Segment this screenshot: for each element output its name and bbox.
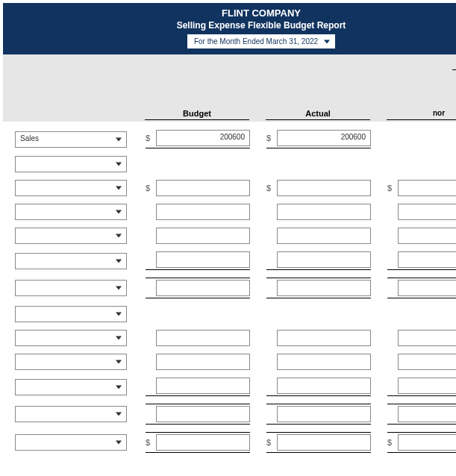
amount-input[interactable]	[277, 354, 371, 370]
chevron-down-icon	[116, 286, 122, 290]
line-item-select[interactable]: Sales	[15, 131, 127, 148]
line-item-select[interactable]	[15, 330, 127, 346]
chevron-down-icon	[116, 187, 122, 190]
currency-symbol: $	[266, 134, 277, 143]
chevron-down-icon	[116, 137, 122, 141]
amount-input[interactable]	[398, 204, 456, 220]
table-row	[3, 251, 456, 271]
amount-input[interactable]	[398, 251, 456, 268]
report-content: FLINT COMPANY Selling Expense Flexible B…	[0, 3, 456, 463]
currency-symbol: $	[387, 438, 398, 447]
amount-input[interactable]: 200600	[156, 130, 250, 146]
amount-input[interactable]	[277, 204, 371, 220]
line-item-select[interactable]	[15, 379, 127, 395]
table-row: $$$	[3, 431, 456, 454]
amount-input[interactable]	[277, 434, 371, 451]
line-item-select[interactable]	[15, 204, 127, 220]
company-name: FLINT COMPANY	[3, 7, 456, 20]
amount-input[interactable]	[398, 434, 456, 451]
amount-input[interactable]	[156, 378, 250, 394]
amount-input[interactable]	[156, 180, 250, 196]
amount-input[interactable]	[398, 406, 456, 422]
table-row	[3, 227, 456, 245]
amount-input[interactable]	[156, 228, 250, 244]
chevron-down-icon	[116, 259, 122, 263]
chevron-down-icon	[116, 163, 122, 166]
diff-legend-f: F	[452, 84, 456, 93]
line-item-select[interactable]	[15, 434, 127, 451]
budget-grid: Sales$200600$200600$$$$$$	[3, 123, 456, 460]
report-title: Selling Expense Flexible Budget Report	[3, 20, 456, 32]
amount-input[interactable]	[277, 406, 371, 422]
currency-symbol: $	[266, 184, 277, 192]
line-item-select[interactable]	[15, 280, 127, 296]
table-row	[3, 277, 456, 299]
line-item-select[interactable]	[15, 253, 127, 269]
chevron-down-icon	[116, 313, 122, 316]
line-item-select[interactable]	[15, 228, 127, 244]
difference-heading: D	[452, 59, 456, 68]
amount-input[interactable]	[398, 354, 456, 370]
line-item-label: Sales	[20, 134, 39, 143]
amount-input[interactable]: 200600	[277, 130, 371, 146]
amount-input[interactable]	[156, 434, 250, 451]
period-label: For the Month Ended March 31, 2022	[194, 37, 318, 46]
amount-input[interactable]	[156, 251, 250, 268]
line-item-select[interactable]	[15, 156, 127, 172]
line-item-select[interactable]	[15, 406, 127, 422]
amount-input[interactable]	[156, 354, 250, 370]
chevron-down-icon	[116, 336, 122, 340]
line-item-select[interactable]	[15, 180, 127, 196]
amount-input[interactable]	[277, 378, 371, 394]
table-row	[3, 403, 456, 425]
table-row	[3, 305, 456, 323]
amount-input[interactable]	[277, 251, 371, 268]
currency-symbol: $	[146, 184, 156, 192]
amount-input[interactable]	[156, 204, 250, 220]
report-header: FLINT COMPANY Selling Expense Flexible B…	[3, 3, 456, 54]
amount-input[interactable]	[398, 378, 456, 394]
budget-heading: Budget	[145, 109, 249, 120]
table-row: Sales$200600$200600	[3, 129, 456, 149]
period-select[interactable]: For the Month Ended March 31, 2022	[187, 34, 335, 48]
amount-input[interactable]	[398, 280, 456, 296]
line-item-select[interactable]	[15, 354, 127, 370]
difference-rule	[452, 69, 456, 70]
amount-input[interactable]	[156, 280, 250, 296]
chevron-down-icon	[116, 441, 122, 445]
chevron-down-icon	[324, 40, 330, 43]
amount-input[interactable]	[156, 406, 250, 422]
chevron-down-icon	[116, 234, 122, 238]
table-row: $$$	[3, 179, 456, 197]
currency-symbol: $	[387, 184, 398, 192]
amount-input[interactable]	[277, 180, 371, 196]
table-row	[3, 377, 456, 397]
chevron-down-icon	[116, 210, 122, 214]
diff-nor-heading: nor	[387, 109, 456, 120]
currency-symbol: $	[266, 438, 277, 447]
actual-heading: Actual	[266, 109, 370, 120]
amount-input[interactable]	[277, 330, 371, 346]
amount-input[interactable]	[277, 228, 371, 244]
table-row	[3, 353, 456, 371]
column-header-zone: D F Un Neith Budget Actual nor	[3, 54, 456, 122]
amount-input[interactable]	[277, 280, 371, 296]
table-row	[3, 203, 456, 221]
amount-input[interactable]	[398, 180, 456, 196]
table-row	[3, 329, 456, 347]
line-item-select[interactable]	[15, 306, 127, 322]
currency-symbol: $	[146, 438, 156, 447]
amount-input[interactable]	[156, 330, 250, 346]
difference-legend: F Un Neith	[452, 84, 456, 111]
amount-input[interactable]	[398, 228, 456, 244]
chevron-down-icon	[116, 360, 122, 364]
chevron-down-icon	[116, 413, 122, 416]
table-row	[3, 155, 456, 173]
diff-legend-u: Un	[452, 93, 456, 102]
horizontal-scroll[interactable]: FLINT COMPANY Selling Expense Flexible B…	[0, 0, 456, 463]
currency-symbol: $	[146, 134, 156, 143]
amount-input[interactable]	[398, 330, 456, 346]
chevron-down-icon	[116, 385, 122, 389]
